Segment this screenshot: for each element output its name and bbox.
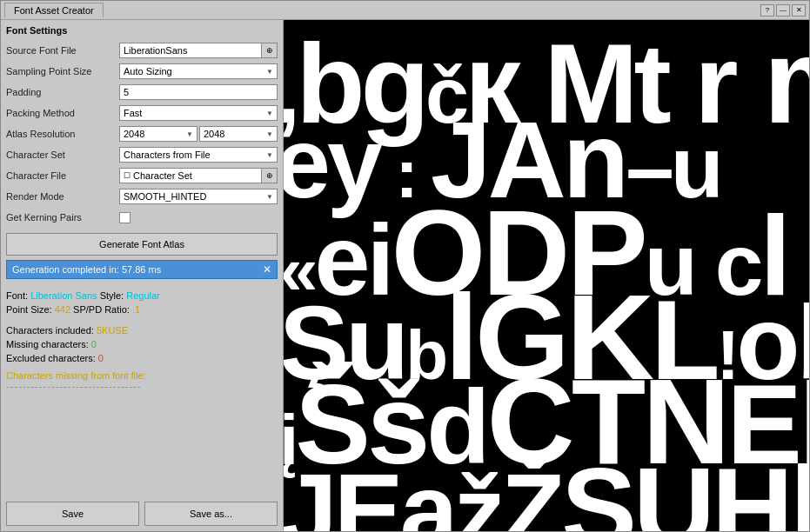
kerning-checkbox[interactable] [119, 212, 131, 223]
render-mode-value: SMOOTH_HINTED [124, 191, 206, 202]
font-label: Font: [6, 290, 30, 301]
char-set-row: Character Set Characters from File ▼ [6, 146, 278, 163]
font-style-line: Font: Liberation Sans Style: Regular [6, 289, 278, 303]
excluded-chars-line: Excluded characters: 0 [6, 351, 278, 365]
render-mode-row: Render Mode SMOOTH_HINTED ▼ [6, 188, 278, 205]
chars-missing-label: Characters missing from font file: [6, 370, 278, 381]
char-file-control: ☐ Character Set ⊕ [119, 168, 278, 183]
title-bar: Font Asset Creator ? — ✕ [1, 1, 809, 20]
chars-included-value: 5KUSE [97, 325, 128, 336]
char-file-btn[interactable]: ⊕ [262, 168, 278, 183]
render-mode-arrow: ▼ [266, 193, 273, 201]
render-mode-select[interactable]: SMOOTH_HINTED ▼ [119, 189, 278, 204]
kerning-control [119, 212, 278, 223]
atlas-res-height-value: 2048 [204, 129, 224, 139]
sampling-point-control: Auto Sizing ▼ [119, 63, 278, 79]
atlas-res-height-arrow: ▼ [266, 130, 273, 138]
char-file-row: Character File ☐ Character Set ⊕ [6, 167, 278, 184]
missing-value: 0 [91, 339, 97, 349]
atlas-res-width-value: 2048 [124, 129, 144, 139]
source-font-btn[interactable]: ⊕ [262, 43, 278, 58]
help-button[interactable]: ? [760, 4, 774, 17]
excluded-value: 0 [98, 353, 104, 363]
point-label: Point Size: [6, 304, 55, 315]
padding-row: Padding 5 [6, 83, 278, 101]
packing-control: Fast ▼ [119, 105, 278, 121]
point-size-line: Point Size: 442 SP/PD Ratio: .1 [6, 303, 278, 316]
sampling-point-arrow: ▼ [266, 68, 273, 76]
atlas-res-width-arrow: ▼ [186, 130, 193, 138]
save-as-button[interactable]: Save as... [144, 502, 278, 526]
source-font-control: LiberationSans ⊕ [119, 43, 278, 58]
atlas-res-height-select[interactable]: 2048 ▼ [199, 126, 278, 142]
packing-select[interactable]: Fast ▼ [119, 105, 278, 121]
content-area: Font Settings Source Font File Liberatio… [1, 20, 809, 531]
atlas-res-control: 2048 ▼ 2048 ▼ [119, 126, 278, 142]
char-file-icon: ☐ [124, 171, 131, 180]
kerning-row: Get Kerning Pairs [6, 209, 278, 226]
char-set-select[interactable]: Characters from File ▼ [119, 147, 278, 163]
packing-label: Packing Method [6, 108, 119, 118]
source-font-label: Source Font File [6, 45, 119, 56]
char-set-arrow: ▼ [266, 151, 273, 159]
kerning-label: Get Kerning Pairs [6, 212, 119, 223]
bottom-buttons: Save Save as... [6, 496, 278, 526]
excluded-label: Excluded characters: [6, 353, 98, 363]
save-button[interactable]: Save [6, 502, 139, 526]
char-set-value: Characters from File [124, 150, 211, 160]
char-file-text: Character Set [133, 170, 192, 181]
missing-chars-line: Missing characters: 0 [6, 337, 278, 351]
padding-value[interactable]: 5 [119, 84, 278, 100]
section-title: Font Settings [6, 25, 278, 36]
padding-control: 5 [119, 84, 278, 100]
char-set-label: Character Set [6, 150, 119, 160]
ratio-label: SP/PD Ratio: [73, 304, 132, 315]
sampling-point-select[interactable]: Auto Sizing ▼ [119, 63, 278, 79]
char-set-control: Characters from File ▼ [119, 147, 278, 163]
atlas-row-6: JEažŽSUHE a [284, 444, 809, 531]
point-value: 442 [55, 304, 70, 315]
minimize-button[interactable]: — [776, 4, 790, 17]
atlas-res-row: Atlas Resolution 2048 ▼ 2048 ▼ [6, 125, 278, 143]
atlas-res-label: Atlas Resolution [6, 129, 119, 139]
padding-label: Padding [6, 87, 119, 97]
main-window: Font Asset Creator ? — ✕ Font Settings S… [0, 0, 810, 532]
status-text: Generation completed in: 57.86 ms [12, 264, 161, 275]
source-font-value[interactable]: LiberationSans [119, 43, 262, 58]
render-mode-control: SMOOTH_HINTED ▼ [119, 189, 278, 204]
status-bar: Generation completed in: 57.86 ms ✕ [6, 260, 278, 279]
packing-value: Fast [124, 108, 142, 118]
chars-included-line: Characters included: 5KUSE [6, 323, 278, 337]
sampling-point-value: Auto Sizing [124, 66, 172, 76]
status-close-button[interactable]: ✕ [263, 263, 271, 276]
missing-label: Missing characters: [6, 339, 91, 349]
generate-button[interactable]: Generate Font Atlas [6, 233, 278, 256]
close-button[interactable]: ✕ [792, 4, 806, 17]
char-file-value[interactable]: ☐ Character Set [119, 168, 262, 183]
chars-included-label: Characters included: [6, 325, 97, 336]
font-atlas-canvas: ,bgčк Mt r m ey : JAn–u «eiODPu cl ŞublG… [284, 20, 809, 531]
dashes-divider: - - - - - - - - - - - - - - - - - - - - … [6, 381, 278, 391]
sampling-point-label: Sampling Point Size [6, 66, 119, 76]
left-panel: Font Settings Source Font File Liberatio… [1, 20, 284, 531]
window-controls: ? — ✕ [760, 4, 806, 17]
packing-row: Packing Method Fast ▼ [6, 104, 278, 122]
sampling-point-row: Sampling Point Size Auto Sizing ▼ [6, 63, 278, 80]
right-panel: ,bgčк Mt r m ey : JAn–u «eiODPu cl ŞublG… [284, 20, 809, 531]
atlas-res-width-select[interactable]: 2048 ▼ [119, 126, 197, 142]
render-mode-label: Render Mode [6, 191, 119, 202]
ratio-value: .1 [132, 304, 140, 315]
info-section: Font: Liberation Sans Style: Regular Poi… [6, 285, 278, 494]
font-value: Liberation Sans [30, 290, 97, 301]
style-value: Regular [126, 290, 160, 301]
main-tab[interactable]: Font Asset Creator [4, 3, 104, 17]
char-file-label: Character File [6, 170, 119, 181]
source-font-row: Source Font File LiberationSans ⊕ [6, 42, 278, 59]
style-label: Style: [100, 290, 127, 301]
packing-arrow: ▼ [266, 110, 273, 117]
